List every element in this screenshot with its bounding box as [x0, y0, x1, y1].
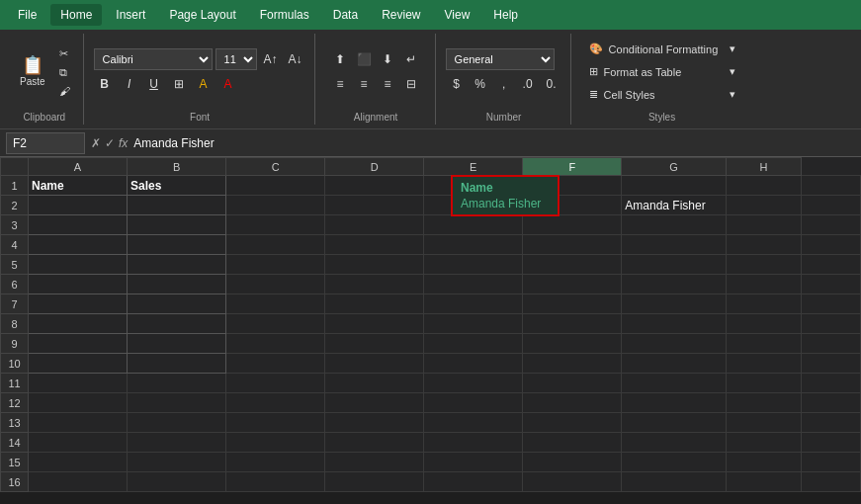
spreadsheet[interactable]: A B C D E F G H 1NameSales2Amanda Fisher…	[0, 157, 861, 492]
cell-I16[interactable]	[802, 472, 861, 492]
cell-C10[interactable]	[226, 354, 325, 374]
cell-B13[interactable]	[128, 413, 226, 433]
cell-G10[interactable]	[622, 354, 727, 374]
cut-button[interactable]: ✂	[54, 45, 75, 62]
cell-C2[interactable]	[226, 196, 325, 215]
cell-A6[interactable]	[29, 275, 128, 294]
cell-D5[interactable]	[325, 255, 424, 275]
cell-G13[interactable]	[622, 413, 727, 433]
cell-B3[interactable]	[128, 215, 226, 235]
cell-B5[interactable]	[128, 255, 226, 275]
cell-G11[interactable]	[622, 374, 727, 393]
increase-font-button[interactable]: A↑	[260, 48, 282, 70]
cell-I15[interactable]	[802, 453, 861, 472]
row-header-9[interactable]: 9	[1, 334, 29, 354]
cell-I6[interactable]	[802, 275, 861, 294]
cell-I9[interactable]	[802, 334, 861, 354]
cell-D16[interactable]	[325, 472, 424, 492]
cell-I1[interactable]	[802, 176, 861, 196]
paste-button[interactable]: 📋 Paste	[14, 44, 51, 100]
cell-G6[interactable]	[622, 275, 727, 294]
number-format-select[interactable]: General	[446, 48, 555, 70]
row-header-15[interactable]: 15	[1, 453, 29, 472]
row-header-12[interactable]: 12	[1, 393, 29, 413]
underline-button[interactable]: U	[143, 73, 165, 95]
cell-H5[interactable]	[726, 255, 801, 275]
menu-view[interactable]: View	[435, 4, 480, 26]
cell-I3[interactable]	[802, 215, 861, 235]
cell-D8[interactable]	[325, 314, 424, 334]
cell-A7[interactable]	[29, 294, 128, 314]
cell-H4[interactable]	[726, 235, 801, 255]
cell-G12[interactable]	[622, 393, 727, 413]
formula-check-icon[interactable]: ✓	[105, 136, 115, 150]
cell-F3[interactable]	[523, 215, 622, 235]
cell-C1[interactable]	[226, 176, 325, 196]
cell-C14[interactable]	[226, 433, 325, 453]
cell-F11[interactable]	[523, 374, 622, 393]
cell-H7[interactable]	[726, 294, 801, 314]
align-center-button[interactable]: ≡	[353, 73, 375, 95]
cell-D10[interactable]	[325, 354, 424, 374]
col-header-b[interactable]: B	[128, 158, 226, 176]
cell-G3[interactable]	[622, 215, 727, 235]
cell-I7[interactable]	[802, 294, 861, 314]
decrease-font-button[interactable]: A↓	[285, 48, 306, 70]
cell-D3[interactable]	[325, 215, 424, 235]
cell-H3[interactable]	[726, 215, 801, 235]
cell-G1[interactable]	[622, 176, 727, 196]
cell-B16[interactable]	[128, 472, 226, 492]
cell-B11[interactable]	[128, 374, 226, 393]
cell-D15[interactable]	[325, 453, 424, 472]
cell-H9[interactable]	[726, 334, 801, 354]
conditional-formatting-button[interactable]: 🎨 Conditional Formatting ▾	[583, 40, 741, 58]
cell-G16[interactable]	[622, 472, 727, 492]
cell-C11[interactable]	[226, 374, 325, 393]
cell-A12[interactable]	[29, 393, 128, 413]
cell-D7[interactable]	[325, 294, 424, 314]
menu-help[interactable]: Help	[483, 4, 528, 26]
cell-C8[interactable]	[226, 314, 325, 334]
row-header-3[interactable]: 3	[1, 215, 29, 235]
cell-I12[interactable]	[802, 393, 861, 413]
row-header-11[interactable]: 11	[1, 374, 29, 393]
cell-H10[interactable]	[726, 354, 801, 374]
cell-E15[interactable]	[424, 453, 523, 472]
cell-A9[interactable]	[29, 334, 128, 354]
col-header-e[interactable]: E	[424, 158, 523, 176]
cell-G2[interactable]: Amanda Fisher	[622, 196, 727, 215]
cell-H12[interactable]	[726, 393, 801, 413]
cell-C4[interactable]	[226, 235, 325, 255]
percent-button[interactable]: %	[470, 73, 491, 95]
cell-H14[interactable]	[726, 433, 801, 453]
cell-H6[interactable]	[726, 275, 801, 294]
font-size-select[interactable]: 11	[215, 48, 257, 70]
cell-G14[interactable]	[622, 433, 727, 453]
cell-B12[interactable]	[128, 393, 226, 413]
cell-B15[interactable]	[128, 453, 226, 472]
cell-E5[interactable]	[424, 255, 523, 275]
row-header-2[interactable]: 2	[1, 196, 29, 215]
cell-H8[interactable]	[726, 314, 801, 334]
col-header-h[interactable]: H	[726, 158, 801, 176]
cell-A2[interactable]	[29, 196, 128, 215]
cell-F8[interactable]	[523, 314, 622, 334]
row-header-5[interactable]: 5	[1, 255, 29, 275]
cell-B9[interactable]	[128, 334, 226, 354]
cell-E6[interactable]	[424, 275, 523, 294]
cell-E14[interactable]	[424, 433, 523, 453]
row-header-10[interactable]: 10	[1, 354, 29, 374]
cell-B6[interactable]	[128, 275, 226, 294]
cell-I2[interactable]	[802, 196, 861, 215]
cell-B10[interactable]	[128, 354, 226, 374]
cell-B1[interactable]: Sales	[128, 176, 226, 196]
copy-button[interactable]: ⧉	[54, 64, 75, 81]
cell-F9[interactable]	[523, 334, 622, 354]
cell-C15[interactable]	[226, 453, 325, 472]
borders-button[interactable]: ⊞	[168, 73, 190, 95]
cell-A1[interactable]: Name	[29, 176, 128, 196]
cell-A16[interactable]	[29, 472, 128, 492]
cell-A3[interactable]	[29, 215, 128, 235]
format-painter-button[interactable]: 🖌	[54, 83, 75, 99]
italic-button[interactable]: I	[119, 73, 140, 95]
